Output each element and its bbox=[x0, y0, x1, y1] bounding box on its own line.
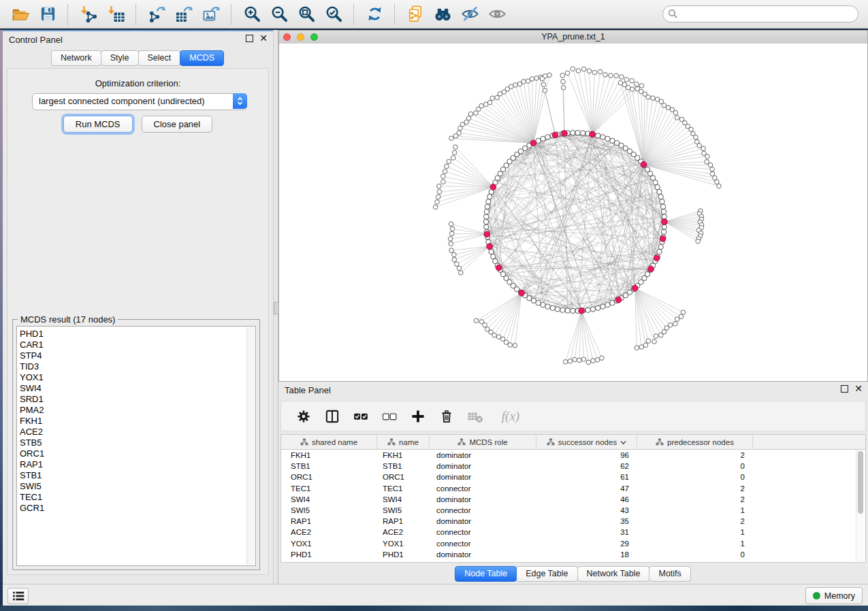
memory-button[interactable]: Memory bbox=[805, 587, 863, 604]
mcds-result-item[interactable]: PHD1 bbox=[20, 329, 255, 340]
float-panel-icon[interactable] bbox=[246, 35, 253, 42]
table-row[interactable]: ORC1ORC1dominator610 bbox=[281, 472, 865, 482]
column-header-name[interactable]: name bbox=[377, 435, 430, 449]
columns-button[interactable] bbox=[323, 408, 341, 425]
zoom-in-button[interactable] bbox=[242, 4, 262, 24]
network-graph[interactable] bbox=[279, 44, 867, 381]
export-network-button[interactable] bbox=[146, 4, 167, 24]
refresh-button[interactable] bbox=[364, 4, 385, 24]
import-network-button[interactable] bbox=[78, 4, 99, 24]
open-icon bbox=[12, 5, 30, 23]
save-button[interactable] bbox=[37, 4, 58, 24]
zoom-fit-button[interactable] bbox=[296, 4, 317, 24]
show-all-icon bbox=[488, 5, 507, 23]
table-cell: 43 bbox=[536, 506, 637, 514]
hide-selected-button[interactable] bbox=[460, 4, 480, 24]
column-header-MCDS-role[interactable]: MCDS role bbox=[430, 435, 536, 449]
mcds-result-item[interactable]: SRD1 bbox=[20, 394, 255, 405]
mcds-result-item[interactable]: TID3 bbox=[20, 361, 255, 372]
tab-edge-table[interactable]: Edge Table bbox=[516, 566, 577, 582]
show-all-button[interactable] bbox=[487, 4, 507, 24]
panel-selector-button[interactable] bbox=[7, 588, 29, 604]
close-panel-button[interactable]: Close panel bbox=[142, 116, 213, 133]
sort-chevron-icon[interactable] bbox=[620, 438, 626, 446]
import-table-button[interactable] bbox=[106, 4, 126, 24]
hierarchy-icon bbox=[387, 438, 396, 446]
table-row[interactable]: TEC1TEC1connector472 bbox=[281, 483, 865, 494]
tab-network-table[interactable]: Network Table bbox=[577, 566, 650, 582]
export-table-button[interactable] bbox=[174, 4, 194, 24]
select-stepper-icon[interactable] bbox=[233, 93, 247, 109]
select-all-button[interactable] bbox=[352, 408, 370, 425]
table-cell: 2 bbox=[637, 484, 753, 493]
open-button[interactable] bbox=[10, 4, 31, 24]
table-panel-titlebar: Table Panel ✕ bbox=[278, 382, 868, 398]
tab-select[interactable]: Select bbox=[138, 50, 181, 66]
mcds-result-item[interactable]: ORC1 bbox=[20, 448, 255, 459]
settings-button[interactable] bbox=[295, 408, 312, 425]
network-view[interactable] bbox=[279, 44, 867, 381]
zoom-selected-button[interactable] bbox=[323, 4, 344, 24]
optimization-criterion-select[interactable]: largest connected component (undirected) bbox=[32, 93, 247, 110]
mcds-result-item[interactable]: ACE2 bbox=[20, 427, 255, 437]
mcds-result-item[interactable]: SWI5 bbox=[20, 481, 255, 492]
mcds-result-list[interactable]: PHD1CAR1STP4TID3YOX1SWI4SRD1PMA2FKH1ACE2… bbox=[16, 326, 256, 566]
table-row[interactable]: YOX1YOX1connector291 bbox=[281, 538, 865, 549]
table-scrollbar[interactable] bbox=[856, 450, 865, 561]
search-input[interactable] bbox=[662, 5, 858, 22]
table-cell: 1 bbox=[637, 540, 753, 548]
toolbar-separator bbox=[231, 4, 232, 24]
tab-style[interactable]: Style bbox=[101, 50, 139, 66]
mcds-result-item[interactable]: SWI4 bbox=[20, 383, 255, 394]
mcds-result-item[interactable]: RAP1 bbox=[20, 459, 255, 470]
table-row[interactable]: ACE2ACE2connector311 bbox=[281, 527, 865, 538]
mcds-result-item[interactable]: PMA2 bbox=[20, 405, 255, 416]
table-row[interactable]: RAP1RAP1dominator352 bbox=[281, 516, 865, 527]
table-row[interactable]: SWI4SWI4dominator462 bbox=[281, 494, 865, 505]
unselect-all-button[interactable] bbox=[381, 408, 398, 425]
column-header-predecessor-nodes[interactable]: predecessor nodes bbox=[637, 435, 753, 449]
table-row[interactable]: SWI5SWI5connector431 bbox=[281, 505, 865, 516]
clone-network-button[interactable] bbox=[405, 4, 425, 24]
close-panel-icon[interactable]: ✕ bbox=[259, 35, 268, 42]
table-row[interactable]: PHD1PHD1dominator180 bbox=[281, 549, 865, 560]
table-row[interactable]: FKH1FKH1dominator962 bbox=[281, 450, 865, 461]
zoom-in-icon bbox=[243, 5, 261, 23]
table-cell: FKH1 bbox=[281, 451, 377, 459]
delete-button[interactable] bbox=[438, 408, 455, 425]
mcds-result-item[interactable]: GCR1 bbox=[20, 503, 255, 514]
mcds-result-item[interactable]: FKH1 bbox=[20, 416, 255, 427]
mcds-result-item[interactable]: STB1 bbox=[20, 470, 255, 481]
add-button[interactable] bbox=[409, 408, 427, 425]
network-window-titlebar[interactable]: YPA_prune.txt_1 bbox=[279, 31, 867, 44]
run-mcds-button[interactable]: Run MCDS bbox=[63, 116, 133, 133]
table-cell: SWI5 bbox=[377, 506, 430, 514]
table-cell: FKH1 bbox=[377, 451, 430, 459]
float-table-panel-icon[interactable] bbox=[841, 385, 848, 393]
export-image-button[interactable] bbox=[201, 4, 221, 24]
tab-mcds[interactable]: MCDS bbox=[180, 50, 224, 66]
mcds-panel: Optimization criterion: largest connecte… bbox=[7, 68, 269, 575]
node-table[interactable]: shared namenameMCDS rolesuccessor nodesp… bbox=[280, 434, 866, 563]
vertical-splitter[interactable] bbox=[273, 30, 278, 584]
mcds-result-item[interactable]: TEC1 bbox=[20, 492, 255, 503]
table-scrollbar-thumb[interactable] bbox=[858, 451, 863, 514]
tab-motifs[interactable]: Motifs bbox=[649, 566, 690, 582]
mcds-result-item[interactable]: STB5 bbox=[20, 437, 255, 448]
column-header-shared-name[interactable]: shared name bbox=[281, 435, 377, 449]
add-icon bbox=[410, 408, 426, 425]
table-row[interactable]: STB1STB1dominator620 bbox=[281, 461, 865, 472]
list-scrollbar[interactable] bbox=[246, 327, 255, 565]
table-cell: 2 bbox=[637, 495, 753, 503]
hierarchy-icon bbox=[300, 438, 308, 446]
zoom-out-button[interactable] bbox=[269, 4, 289, 24]
mcds-result-item[interactable]: STP4 bbox=[20, 350, 255, 361]
first-neighbors-button[interactable] bbox=[432, 4, 453, 24]
tab-network[interactable]: Network bbox=[51, 50, 101, 66]
mcds-result-item[interactable]: YOX1 bbox=[20, 372, 255, 383]
tab-node-table[interactable]: Node Table bbox=[455, 566, 517, 582]
close-table-panel-icon[interactable]: ✕ bbox=[854, 385, 863, 393]
column-header-successor-nodes[interactable]: successor nodes bbox=[536, 435, 637, 449]
table-cell: connector bbox=[430, 506, 536, 514]
mcds-result-item[interactable]: CAR1 bbox=[20, 340, 255, 350]
